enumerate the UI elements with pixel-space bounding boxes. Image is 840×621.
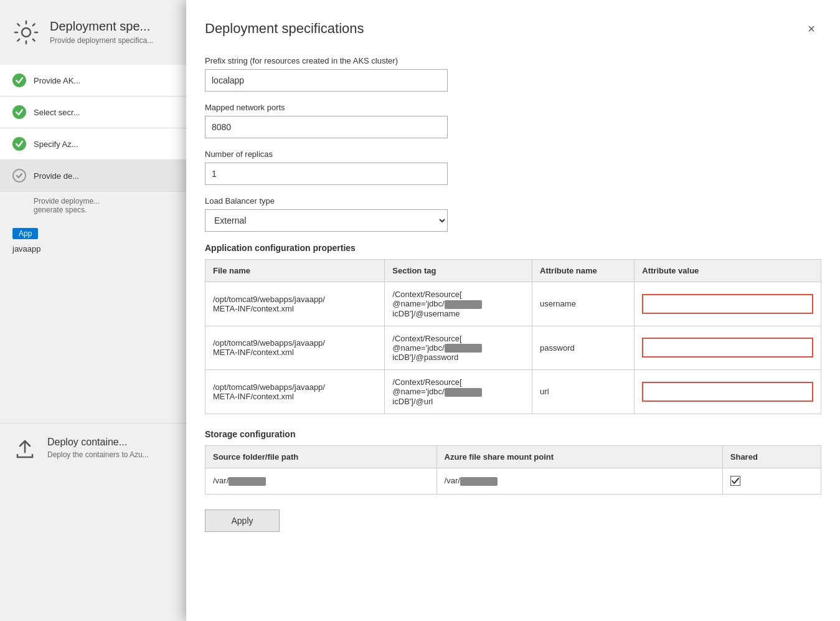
- attrvalue-cell-3: [635, 370, 821, 414]
- step-item-4[interactable]: Provide de...: [0, 160, 186, 192]
- storage-shared: [722, 468, 821, 494]
- upload-icon: [12, 436, 37, 461]
- attrname-cell-3: url: [532, 370, 635, 414]
- storage-table: Source folder/file path Azure file share…: [205, 445, 821, 495]
- col-header-filename: File name: [205, 260, 385, 282]
- replicas-group: Number of replicas: [205, 149, 821, 185]
- ports-input[interactable]: [205, 116, 448, 138]
- step-label-3: Specify Az...: [34, 140, 78, 149]
- attrvalue-input-3[interactable]: [642, 382, 813, 402]
- section-cell-2: /Context/Resource[@name='jdbc/icDB']/@pa…: [385, 326, 532, 370]
- deploy-title: Deploy containe...: [47, 436, 149, 448]
- deploy-section: Deploy containe... Deploy the containers…: [0, 423, 186, 473]
- modal-header: Deployment specifications ×: [205, 19, 821, 39]
- step-check-1: [12, 73, 26, 87]
- col-header-attrvalue: Attribute value: [635, 260, 821, 282]
- storage-mount: /var/: [437, 468, 722, 494]
- apply-button[interactable]: Apply: [205, 510, 280, 532]
- file-cell-3: /opt/tomcat9/webapps/javaapp/META-INF/co…: [205, 370, 385, 414]
- shared-checkbox[interactable]: [730, 476, 740, 486]
- section-cell-3: /Context/Resource[@name='jdbc/icDB']/@ur…: [385, 370, 532, 414]
- app-name: javaapp: [12, 243, 174, 255]
- step-label-1: Provide AK...: [34, 76, 80, 85]
- gear-icon: [12, 19, 40, 46]
- app-config-table: File name Section tag Attribute name Att…: [205, 259, 821, 414]
- storage-col-shared: Shared: [722, 445, 821, 468]
- file-cell-1: /opt/tomcat9/webapps/javaapp/META-INF/co…: [205, 282, 385, 326]
- attrvalue-cell-1: [635, 282, 821, 326]
- col-header-section: Section tag: [385, 260, 532, 282]
- attrvalue-cell-2: [635, 326, 821, 370]
- prefix-group: Prefix string (for resources created in …: [205, 56, 821, 92]
- ports-group: Mapped network ports: [205, 103, 821, 138]
- step-item-1[interactable]: Provide AK...: [0, 65, 186, 97]
- col-header-attrname: Attribute name: [532, 260, 635, 282]
- modal-title: Deployment specifications: [205, 21, 364, 37]
- step-check-outline-4: [12, 169, 26, 183]
- svg-point-0: [22, 28, 31, 37]
- close-button[interactable]: ×: [801, 19, 821, 39]
- lb-select[interactable]: External Internal None: [205, 209, 448, 232]
- storage-heading: Storage configuration: [205, 429, 821, 439]
- lb-group: Load Balancer type External Internal Non…: [205, 196, 821, 232]
- storage-col-source: Source folder/file path: [205, 445, 437, 468]
- app-section: App javaapp: [0, 222, 186, 261]
- step-list: Provide AK... Select secr... Specify Az.…: [0, 65, 186, 192]
- step-item-3[interactable]: Specify Az...: [0, 128, 186, 160]
- app-config-heading: Application configuration properties: [205, 243, 821, 253]
- prefix-label: Prefix string (for resources created in …: [205, 56, 821, 65]
- storage-row: /var/ /var/: [205, 468, 821, 494]
- table-row: /opt/tomcat9/webapps/javaapp/META-INF/co…: [205, 282, 821, 326]
- bg-panel-subtitle: Provide deployment specifica...: [50, 36, 153, 45]
- attrname-cell-2: password: [532, 326, 635, 370]
- step-check-3: [12, 137, 26, 151]
- table-row: /opt/tomcat9/webapps/javaapp/META-INF/co…: [205, 326, 821, 370]
- lb-label: Load Balancer type: [205, 196, 821, 206]
- prefix-input[interactable]: [205, 69, 448, 92]
- step-label-2: Select secr...: [34, 108, 80, 117]
- section-cell-1: /Context/Resource[@name='jdbc/icDB']/@us…: [385, 282, 532, 326]
- table-row: /opt/tomcat9/webapps/javaapp/META-INF/co…: [205, 370, 821, 414]
- step-item-2[interactable]: Select secr...: [0, 97, 186, 128]
- attrname-cell-1: username: [532, 282, 635, 326]
- attrvalue-input-2[interactable]: [642, 338, 813, 358]
- attrvalue-input-1[interactable]: [642, 294, 813, 314]
- storage-col-mount: Azure file share mount point: [437, 445, 722, 468]
- bg-panel-title: Deployment spe...: [50, 19, 153, 34]
- step-label-4: Provide de...: [34, 171, 79, 181]
- deploy-subtitle: Deploy the containers to Azu...: [47, 450, 149, 459]
- app-badge: App: [12, 228, 38, 239]
- step-check-2: [12, 105, 26, 119]
- file-cell-2: /opt/tomcat9/webapps/javaapp/META-INF/co…: [205, 326, 385, 370]
- step-desc: Provide deployme... generate specs.: [0, 192, 186, 222]
- deployment-modal: Deployment specifications × Prefix strin…: [186, 0, 840, 621]
- replicas-label: Number of replicas: [205, 149, 821, 159]
- storage-source: /var/: [205, 468, 437, 494]
- ports-label: Mapped network ports: [205, 103, 821, 112]
- replicas-input[interactable]: [205, 163, 448, 185]
